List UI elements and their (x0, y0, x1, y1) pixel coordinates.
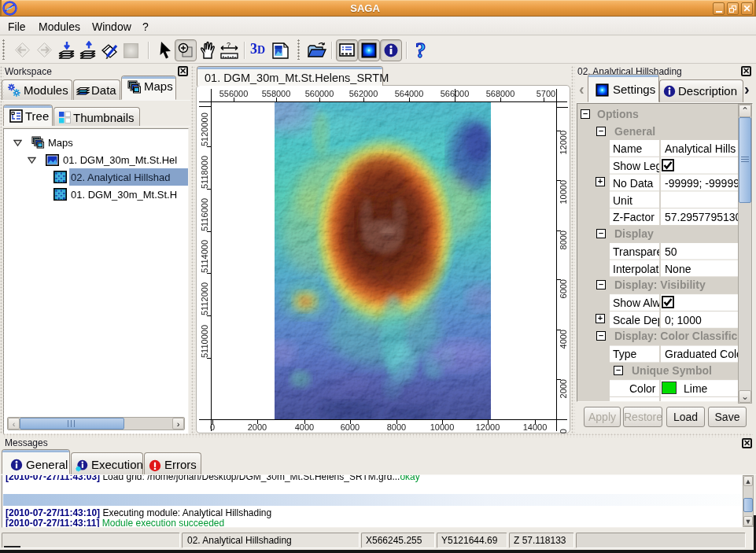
svg-text:5112000: 5112000 (200, 282, 209, 315)
svg-text:8000: 8000 (559, 230, 568, 249)
svg-text:5700: 5700 (537, 89, 555, 98)
svg-text:2000: 2000 (559, 379, 568, 398)
svg-text:562000: 562000 (349, 89, 378, 98)
svg-text:4000: 4000 (295, 422, 314, 432)
svg-text:5116000: 5116000 (200, 198, 209, 231)
svg-text:12000: 12000 (476, 422, 500, 432)
svg-text:6000: 6000 (341, 422, 360, 432)
svg-text:8000: 8000 (387, 422, 406, 432)
svg-text:566000: 566000 (441, 89, 470, 98)
svg-text:10000: 10000 (430, 422, 455, 432)
svg-text:10000: 10000 (559, 180, 568, 205)
svg-text:5110000: 5110000 (200, 325, 209, 358)
svg-text:6000: 6000 (559, 279, 568, 298)
svg-text:2000: 2000 (248, 422, 267, 432)
svg-text:?: ? (415, 39, 426, 62)
svg-text:558000: 558000 (262, 89, 291, 98)
svg-text:4000: 4000 (559, 330, 568, 348)
svg-text:5120000: 5120000 (200, 112, 209, 146)
svg-text:14000: 14000 (523, 422, 548, 432)
svg-text:564000: 564000 (395, 89, 424, 98)
svg-text:560000: 560000 (305, 89, 334, 98)
svg-text:5118000: 5118000 (200, 156, 209, 189)
svg-text:12000: 12000 (559, 131, 568, 155)
svg-text:556000: 556000 (219, 89, 249, 98)
svg-text:?: ? (227, 41, 230, 49)
svg-text:5114000: 5114000 (200, 240, 209, 273)
svg-text:568000: 568000 (486, 89, 515, 98)
svg-text:0: 0 (210, 422, 215, 432)
